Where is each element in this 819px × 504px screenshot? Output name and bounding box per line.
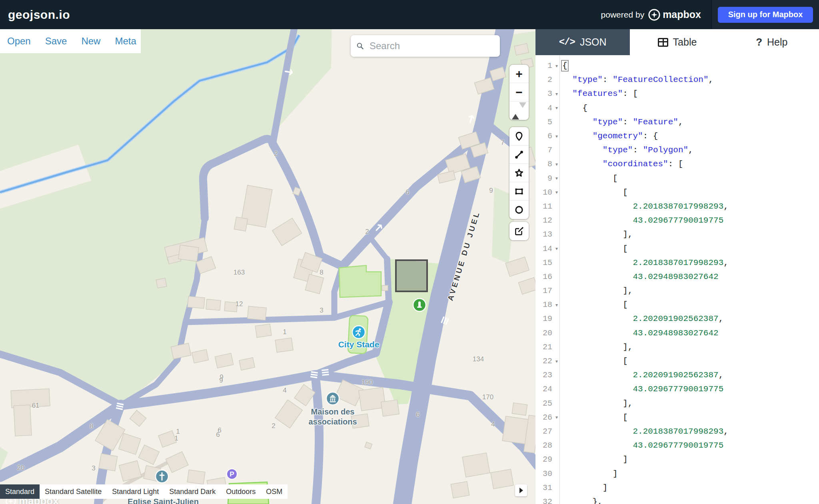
editor-line[interactable]: 30 ] (535, 466, 819, 480)
mapbox-brand[interactable]: mapbox (648, 9, 701, 21)
editor-line[interactable]: 29 ] (535, 452, 819, 466)
draw-circle-button[interactable] (509, 201, 529, 219)
line-number: 7 (535, 145, 552, 155)
editor-line[interactable]: 23 2.202091902562387, (535, 368, 819, 382)
draw-marker-button[interactable] (509, 127, 529, 145)
signup-mapbox-button[interactable]: Sign up for Mapbox (718, 7, 813, 23)
compass-button[interactable] (509, 102, 529, 120)
tab-table[interactable]: Table (630, 29, 724, 55)
fold-arrow-icon[interactable]: ▾ (552, 246, 561, 251)
fold-arrow-icon[interactable]: ▾ (552, 302, 561, 308)
menu-meta[interactable]: Meta (115, 36, 136, 47)
pitch-icon (352, 326, 365, 339)
editor-line[interactable]: 25 ], (535, 396, 819, 410)
json-code-editor[interactable]: 1▾{2 "type": "FeatureCollection",3▾ "fea… (535, 55, 819, 504)
editor-line[interactable]: 17 ], (535, 284, 819, 298)
fold-arrow-icon[interactable]: ▾ (552, 91, 561, 97)
line-number: 27 (535, 427, 552, 436)
fold-arrow-icon[interactable]: ▾ (552, 359, 561, 364)
editor-line[interactable]: 3▾ "features": [ (535, 87, 819, 101)
editor-line[interactable]: 28 43.029677790019775 (535, 438, 819, 452)
editor-line[interactable]: 24 43.029677790019775 (535, 382, 819, 396)
line-number: 14 (535, 244, 552, 253)
style-osm[interactable]: OSM (261, 484, 288, 499)
editor-line[interactable]: 7 "type": "Polygon", (535, 143, 819, 157)
line-number: 16 (535, 272, 552, 281)
fold-arrow-icon[interactable]: ▾ (552, 133, 561, 139)
code-text: 2.202091902562387, (562, 371, 723, 380)
rectangle-icon (514, 186, 524, 197)
editor-line[interactable]: 15 2.2018387017998293, (535, 256, 819, 270)
zoom-out-button[interactable]: − (509, 83, 529, 102)
line-number: 9 (535, 174, 552, 183)
style-bar-expand-button[interactable] (515, 484, 527, 496)
editor-line[interactable]: 21 ], (535, 340, 819, 354)
code-text: [ (562, 244, 628, 253)
draw-line-button[interactable] (509, 145, 529, 164)
editor-line[interactable]: 8▾ "coordinates": [ (535, 157, 819, 171)
draw-polygon-button[interactable] (509, 164, 529, 182)
menu-open[interactable]: Open (7, 36, 31, 47)
chevron-right-icon (519, 488, 523, 493)
editor-line[interactable]: 31 ] (535, 481, 819, 495)
line-number: 5 (535, 118, 552, 127)
editor-line[interactable]: 16 43.02948983027642 (535, 270, 819, 284)
style-outdoors[interactable]: Outdoors (221, 484, 261, 499)
app-logo: geojson.io (0, 8, 70, 22)
fold-arrow-icon[interactable]: ▾ (552, 414, 561, 420)
zoom-in-button[interactable]: + (509, 65, 529, 83)
editor-line[interactable]: 18▾ [ (535, 298, 819, 312)
code-text: "coordinates": [ (562, 159, 683, 169)
editor-line[interactable]: 4▾ { (535, 101, 819, 115)
editor-line[interactable]: 11 2.2018387017998293, (535, 199, 819, 213)
editor-line[interactable]: 1▾{ (535, 59, 819, 73)
line-number: 2 (535, 75, 552, 84)
code-text: [ (562, 357, 628, 366)
editor-line[interactable]: 12 43.029677790019775 (535, 213, 819, 227)
line-number: 3 (535, 89, 552, 98)
draw-tools-group (509, 127, 529, 219)
editor-line[interactable]: 9▾ [ (535, 171, 819, 185)
zoom-control-group: + − (509, 65, 529, 120)
line-number: 1 (535, 61, 552, 70)
style-standard-dark[interactable]: Standard Dark (164, 484, 221, 499)
fold-arrow-icon[interactable]: ▾ (552, 189, 561, 195)
tab-json[interactable]: </> JSON (535, 29, 630, 55)
table-icon (658, 38, 668, 47)
style-standard-satellite[interactable]: Standard Satellite (40, 484, 107, 499)
editor-line[interactable]: 27 2.2018387017998293, (535, 424, 819, 438)
search-box[interactable] (351, 35, 500, 57)
map-tiles: P (0, 0, 535, 504)
line-number: 32 (535, 497, 552, 504)
fold-arrow-icon[interactable]: ▾ (552, 63, 561, 69)
editor-line[interactable]: 5 "type": "Feature", (535, 115, 819, 129)
editor-line[interactable]: 10▾ [ (535, 185, 819, 199)
editor-line[interactable]: 6▾ "geometry": { (535, 129, 819, 143)
style-standard-light[interactable]: Standard Light (107, 484, 164, 499)
drawn-polygon-feature[interactable] (396, 260, 427, 291)
line-number: 23 (535, 371, 552, 380)
fold-arrow-icon[interactable]: ▾ (552, 161, 561, 167)
editor-line[interactable]: 20 43.02948983027642 (535, 326, 819, 340)
editor-line[interactable]: 2 "type": "FeatureCollection", (535, 73, 819, 87)
draw-rectangle-button[interactable] (509, 182, 529, 201)
tab-help[interactable]: ? Help (725, 29, 819, 55)
editor-line[interactable]: 13 ], (535, 227, 819, 241)
geojson-io-app: P AVENUE DU JUELCity StadeMaison desasso… (0, 0, 819, 504)
editor-line[interactable]: 32 }, (535, 495, 819, 504)
editor-line[interactable]: 14▾ [ (535, 241, 819, 255)
editor-line[interactable]: 19 2.202091902562387, (535, 312, 819, 326)
fold-arrow-icon[interactable]: ▾ (552, 175, 561, 181)
search-input[interactable] (369, 40, 494, 52)
editor-line[interactable]: 26▾ [ (535, 410, 819, 424)
style-standard[interactable]: Standard (0, 484, 40, 499)
menu-new[interactable]: New (81, 36, 100, 47)
powered-by-block: powered by mapbox (601, 9, 711, 21)
edit-geometries-button[interactable] (509, 222, 529, 240)
menu-save[interactable]: Save (45, 36, 67, 47)
fold-arrow-icon[interactable]: ▾ (552, 105, 561, 111)
editor-line[interactable]: 22▾ [ (535, 354, 819, 368)
map-canvas[interactable]: P AVENUE DU JUELCity StadeMaison desasso… (0, 0, 535, 504)
code-text: 2.2018387017998293, (562, 427, 729, 436)
app-header: geojson.io powered by mapbox Sign up for… (0, 0, 819, 29)
